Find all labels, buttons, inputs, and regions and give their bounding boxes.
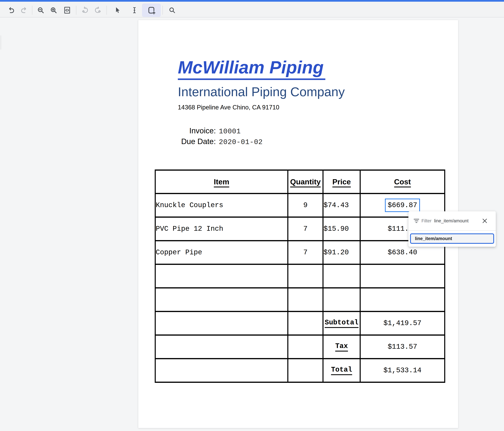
draw-bounding-box-button[interactable] [142, 3, 161, 17]
quantity-cell[interactable]: 9 [288, 194, 323, 217]
text-select-icon [130, 6, 138, 14]
table-row: PVC Pipe 12 Inch 7 $15.90 $111.30 [155, 217, 445, 241]
rotate-left-icon [81, 6, 90, 14]
invoice-number: 10001 [219, 127, 241, 136]
zoom-out-icon [37, 6, 45, 14]
item-cell[interactable]: Knuckle Couplers [155, 194, 288, 217]
subtotal-value-cell[interactable]: $1,419.57 [360, 312, 445, 335]
item-cell[interactable]: PVC Pipe 12 Inch [155, 217, 288, 241]
column-header-quantity: Quantity [288, 170, 323, 194]
due-date-value: 2020-01-02 [219, 138, 263, 146]
toolbar-separator [32, 6, 32, 15]
total-value-cell[interactable]: $1,533.14 [360, 359, 445, 382]
tax-row: Tax $113.57 [155, 335, 445, 359]
fit-to-page-button[interactable] [62, 5, 72, 16]
text-select-button[interactable] [129, 5, 140, 16]
table-row-empty [155, 288, 445, 312]
invoice-number-row: Invoice: 10001 [163, 126, 263, 137]
price-cell[interactable]: $91.20 [323, 241, 360, 264]
selected-entity-box[interactable]: $669.87 [385, 199, 420, 212]
redo-button[interactable] [19, 5, 29, 16]
rotate-right-icon [93, 6, 101, 14]
tax-label-cell: Tax [323, 335, 360, 359]
tax-value-cell[interactable]: $113.57 [360, 335, 445, 359]
company-address: 14368 Pipeline Ave Chino, CA 91710 [178, 104, 279, 111]
empty-cell [288, 312, 323, 335]
filter-placeholder-prefix: Filter [422, 218, 432, 223]
filter-list-icon [414, 219, 419, 223]
close-button[interactable] [482, 218, 488, 224]
column-header-item: Item [155, 170, 288, 194]
company-subtitle: International Piping Company [178, 85, 345, 99]
filter-input-placeholder[interactable]: Filter line_item/amount [422, 218, 482, 224]
select-cursor-icon [113, 6, 121, 14]
panel-edge-divider [1, 35, 1, 50]
empty-cell [288, 359, 323, 382]
empty-cell [155, 335, 288, 359]
toolbar-separator [76, 6, 76, 15]
column-header-price: Price [323, 170, 360, 194]
price-cell[interactable] [323, 288, 360, 312]
filter-option-line-item-amount[interactable]: line_item/amount [410, 233, 494, 244]
item-cell[interactable] [155, 264, 288, 288]
search-button[interactable] [167, 5, 178, 16]
undo-button[interactable] [6, 5, 16, 16]
rotate-right-button[interactable] [92, 5, 103, 16]
filter-placeholder-entity: line_item/amount [434, 218, 469, 223]
table-row-empty [155, 264, 445, 288]
undo-icon [7, 6, 15, 14]
subtotal-label-cell: Subtotal [323, 312, 360, 335]
column-header-cost: Cost [360, 170, 445, 194]
subtotal-row: Subtotal $1,419.57 [155, 312, 445, 335]
filter-options-list: line_item/amount [408, 231, 496, 247]
price-cell[interactable]: $74.43 [323, 194, 360, 217]
cost-cell[interactable] [360, 288, 445, 312]
price-cell[interactable]: $15.90 [323, 217, 360, 241]
due-date-label: Due Date: [163, 137, 216, 146]
invoice-meta: Invoice: 10001 Due Date: 2020-01-02 [163, 126, 263, 148]
table-header-row: Item Quantity Price Cost [155, 170, 445, 194]
total-label-cell: Total [323, 359, 360, 382]
search-icon [168, 6, 176, 14]
select-cursor-button[interactable] [112, 5, 123, 16]
window-accent-bar [0, 0, 504, 2]
toolbar-separator [162, 6, 163, 15]
total-row: Total $1,533.14 [155, 359, 445, 382]
document-canvas[interactable]: McWilliam Piping International Piping Co… [0, 18, 504, 431]
toolbar [0, 2, 504, 18]
quantity-cell[interactable] [288, 264, 323, 288]
empty-cell [288, 335, 323, 359]
filter-entity-popup: Filter line_item/amount line_item/amount [408, 211, 496, 247]
invoice-label: Invoice: [163, 126, 216, 135]
empty-cell [155, 359, 288, 382]
quantity-cell[interactable]: 7 [288, 217, 323, 241]
cost-cell[interactable] [360, 264, 445, 288]
draw-bounding-box-icon [147, 6, 156, 15]
redo-icon [20, 6, 28, 14]
filter-popup-header[interactable]: Filter line_item/amount [408, 211, 496, 230]
line-items-table: Item Quantity Price Cost Knuckle Coupler… [155, 169, 445, 383]
due-date-row: Due Date: 2020-01-02 [163, 137, 263, 148]
zoom-out-button[interactable] [35, 5, 46, 16]
empty-cell [155, 312, 288, 335]
close-icon [482, 218, 488, 224]
quantity-cell[interactable] [288, 288, 323, 312]
fit-to-page-icon [63, 6, 71, 14]
zoom-in-icon [50, 6, 58, 14]
zoom-in-button[interactable] [48, 5, 59, 16]
company-title: McWilliam Piping [178, 57, 325, 80]
quantity-cell[interactable]: 7 [288, 241, 323, 264]
price-cell[interactable] [323, 264, 360, 288]
rotate-left-button[interactable] [80, 5, 91, 16]
item-cell[interactable]: Copper Pipe [155, 241, 288, 264]
table-row: Knuckle Couplers 9 $74.43 $669.87 [155, 194, 445, 217]
item-cell[interactable] [155, 288, 288, 312]
table-row: Copper Pipe 7 $91.20 $638.40 [155, 241, 445, 264]
toolbar-separator [107, 6, 107, 15]
